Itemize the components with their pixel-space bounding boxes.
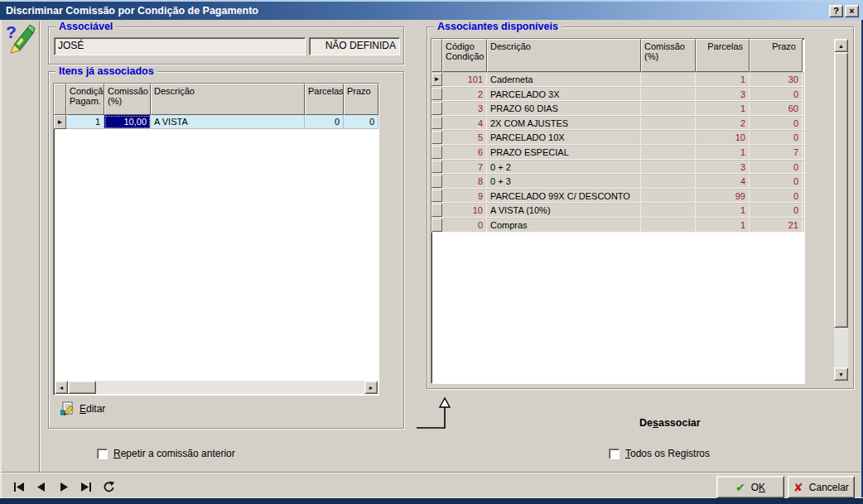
grid-cell[interactable]: 5 bbox=[442, 131, 487, 144]
grid-cell[interactable] bbox=[641, 117, 696, 130]
nav-next-button[interactable] bbox=[53, 478, 75, 496]
grid-cell[interactable] bbox=[641, 146, 696, 159]
grid-cell[interactable]: 4 bbox=[696, 175, 750, 188]
grid-cell[interactable]: 1 bbox=[696, 204, 750, 217]
todos-checkbox[interactable] bbox=[609, 449, 620, 459]
table-row[interactable]: 10A VISTA (10%)10 bbox=[432, 203, 804, 218]
grid-cell[interactable]: 0 + 2 bbox=[487, 161, 641, 174]
grid-cell[interactable] bbox=[641, 102, 696, 115]
title-bar[interactable]: Discriminar Comissão por Condição de Pag… bbox=[0, 0, 863, 20]
scroll-left-button[interactable]: ◄ bbox=[55, 381, 68, 394]
grid-cell[interactable] bbox=[641, 131, 696, 144]
column-header[interactable]: Parcelas bbox=[696, 39, 750, 72]
scroll-up-button[interactable]: ▲ bbox=[834, 39, 848, 52]
column-header[interactable]: Descrição bbox=[487, 39, 641, 72]
grid-cell[interactable]: 0 bbox=[344, 115, 378, 129]
grid-cell[interactable]: 60 bbox=[750, 102, 803, 115]
refresh-button[interactable] bbox=[98, 478, 119, 496]
cancelar-button[interactable]: ✘ Cancelar bbox=[788, 476, 855, 498]
grid-cell[interactable]: 0 bbox=[750, 161, 803, 174]
grid-cell[interactable] bbox=[641, 88, 696, 101]
column-header[interactable]: Prazo bbox=[344, 84, 378, 115]
repetir-checkbox[interactable] bbox=[97, 449, 108, 459]
itens-horizontal-scrollbar[interactable]: ◄ ► bbox=[55, 381, 378, 394]
column-header[interactable]: Prazo bbox=[750, 39, 803, 72]
grid-cell[interactable]: A VISTA (10%) bbox=[487, 204, 641, 217]
grid-cell[interactable] bbox=[641, 204, 696, 217]
grid-cell[interactable]: 0 bbox=[305, 115, 344, 129]
disponiveis-vertical-scrollbar[interactable]: ▲ ▼ bbox=[834, 39, 848, 381]
grid-cell[interactable]: Compras bbox=[487, 218, 641, 232]
grid-cell[interactable] bbox=[641, 190, 696, 203]
nav-last-button[interactable] bbox=[75, 478, 97, 496]
table-row[interactable]: 70 + 230 bbox=[432, 160, 804, 175]
grid-cell[interactable]: 101 bbox=[442, 73, 487, 86]
grid-cell[interactable]: 10,00 bbox=[104, 115, 151, 129]
grid-cell[interactable]: 7 bbox=[442, 161, 487, 174]
table-row[interactable]: 3PRAZO 60 DIAS160 bbox=[432, 101, 804, 116]
grid-cell[interactable]: PARCELADO 10X bbox=[487, 131, 641, 144]
grid-cell[interactable]: 99 bbox=[696, 190, 750, 203]
grid-cell[interactable]: 0 bbox=[442, 218, 487, 232]
grid-cell[interactable]: 1 bbox=[696, 73, 750, 86]
table-row[interactable]: 5PARCELADO 10X100 bbox=[432, 130, 804, 145]
grid-cell[interactable]: PARCELADO 3X bbox=[487, 88, 641, 101]
grid-cell[interactable]: 30 bbox=[750, 73, 803, 86]
nav-first-button[interactable] bbox=[8, 478, 30, 496]
editar-button[interactable]: Editar bbox=[60, 401, 105, 415]
grid-cell[interactable]: PRAZO ESPECIAL bbox=[487, 146, 641, 159]
grid-cell[interactable]: 2X COM AJUSTES bbox=[487, 117, 641, 130]
grid-cell[interactable]: 3 bbox=[696, 161, 750, 174]
grid-cell[interactable] bbox=[641, 161, 696, 174]
table-row[interactable]: 42X COM AJUSTES20 bbox=[432, 116, 804, 131]
table-row[interactable]: 80 + 340 bbox=[432, 174, 804, 189]
grid-cell[interactable]: 10 bbox=[442, 204, 487, 217]
grid-cell[interactable]: 0 bbox=[750, 117, 803, 130]
grid-cell[interactable]: 2 bbox=[696, 117, 750, 130]
grid-cell[interactable]: 7 bbox=[750, 146, 803, 159]
column-header[interactable]: Código Condição bbox=[442, 39, 487, 72]
help-button[interactable]: ? bbox=[829, 5, 843, 17]
grid-cell[interactable]: PARCELADO 99X C/ DESCONTO bbox=[487, 190, 641, 203]
grid-cell[interactable] bbox=[641, 73, 696, 86]
close-button[interactable]: × bbox=[845, 5, 859, 17]
ok-button[interactable]: ✔ OK bbox=[716, 476, 784, 498]
grid-cell[interactable]: 1 bbox=[66, 115, 104, 129]
grid-cell[interactable] bbox=[641, 175, 696, 188]
grid-cell[interactable]: Caderneta bbox=[487, 73, 641, 86]
grid-cell[interactable] bbox=[641, 218, 696, 232]
table-row[interactable]: ►101Caderneta130 bbox=[432, 72, 804, 87]
scroll-down-button[interactable]: ▼ bbox=[834, 367, 848, 381]
grid-cell[interactable]: 10 bbox=[696, 131, 750, 144]
table-row[interactable]: ►110,00A VISTA00 bbox=[54, 115, 378, 129]
grid-cell[interactable]: 0 bbox=[750, 88, 803, 101]
grid-cell[interactable]: 1 bbox=[696, 102, 750, 115]
column-header[interactable]: Condição Pagam. bbox=[66, 84, 104, 115]
scroll-right-button[interactable]: ► bbox=[364, 381, 378, 394]
table-row[interactable]: 0Compras121 bbox=[432, 218, 804, 233]
grid-cell[interactable]: 0 + 3 bbox=[487, 175, 641, 188]
grid-cell[interactable]: 21 bbox=[750, 218, 803, 232]
column-header[interactable]: Parcelas bbox=[305, 84, 344, 115]
column-header[interactable]: Descrição bbox=[151, 84, 305, 115]
grid-cell[interactable]: 1 bbox=[696, 146, 750, 159]
grid-cell[interactable]: 1 bbox=[696, 218, 750, 232]
grid-cell[interactable]: 4 bbox=[442, 117, 487, 130]
grid-cell[interactable]: 8 bbox=[442, 175, 487, 188]
table-row[interactable]: 9PARCELADO 99X C/ DESCONTO990 bbox=[432, 189, 804, 204]
grid-cell[interactable]: A VISTA bbox=[151, 115, 305, 129]
scrollbar-thumb[interactable] bbox=[68, 381, 96, 394]
nav-prev-button[interactable] bbox=[31, 478, 52, 496]
grid-cell[interactable]: PRAZO 60 DIAS bbox=[487, 102, 641, 115]
grid-cell[interactable]: 0 bbox=[750, 190, 803, 203]
grid-cell[interactable]: 3 bbox=[696, 88, 750, 101]
grid-cell[interactable]: 0 bbox=[750, 131, 803, 144]
table-row[interactable]: 2PARCELADO 3X30 bbox=[432, 87, 804, 102]
scrollbar-thumb[interactable] bbox=[834, 52, 848, 328]
table-row[interactable]: 6PRAZO ESPECIAL17 bbox=[432, 145, 804, 160]
scrollbar-track[interactable] bbox=[834, 328, 848, 367]
column-header[interactable]: Comissão (%) bbox=[641, 39, 696, 72]
desassociar-button[interactable]: Desassociar bbox=[639, 417, 701, 429]
column-header[interactable]: Comissão (%) bbox=[104, 84, 151, 115]
grid-cell[interactable]: 6 bbox=[442, 146, 487, 159]
